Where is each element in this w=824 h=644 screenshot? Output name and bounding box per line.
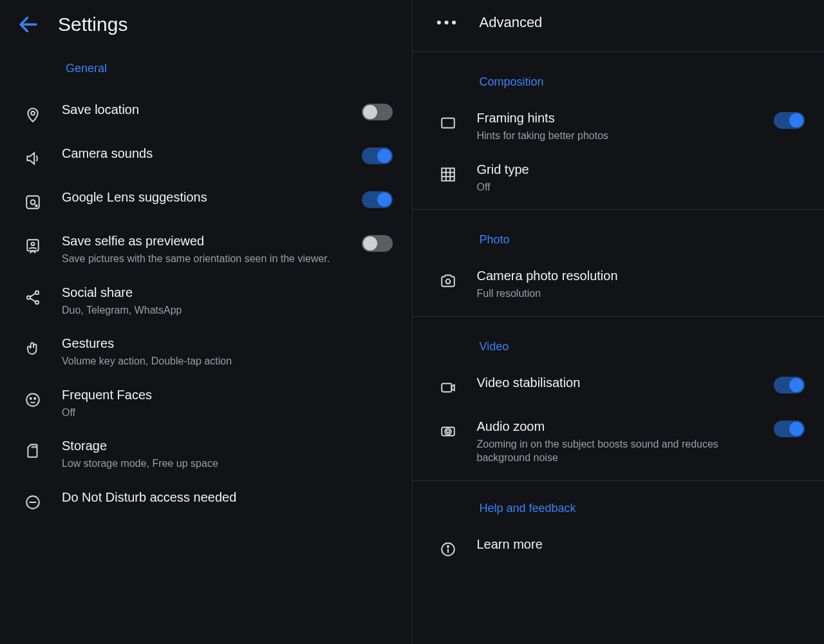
page-title: Settings: [58, 14, 127, 35]
row-label: Grid type: [477, 161, 805, 178]
row-sub: Off: [62, 406, 393, 420]
row-gestures[interactable]: Gestures Volume key action, Double-tap a…: [14, 326, 398, 377]
row-frequent-faces[interactable]: Frequent Faces Off: [14, 377, 398, 429]
svg-point-14: [34, 398, 35, 399]
grid-icon: [436, 162, 460, 187]
advanced-header[interactable]: ••• Advanced: [427, 0, 810, 45]
sound-icon: [21, 146, 45, 171]
row-label: Gestures: [62, 335, 393, 352]
row-label: Audio zoom: [477, 418, 758, 435]
row-label: Camera sounds: [62, 145, 345, 162]
row-sub: Full resolution: [477, 287, 805, 301]
location-icon: [21, 102, 45, 127]
divider: [413, 316, 825, 317]
svg-point-30: [446, 430, 449, 433]
row-label: Framing hints: [477, 109, 758, 126]
row-save-location[interactable]: Save location: [14, 92, 398, 136]
row-label: Camera photo resolution: [477, 267, 805, 284]
gestures-icon: [21, 336, 45, 361]
svg-rect-20: [442, 118, 454, 128]
video-icon: [436, 375, 460, 400]
row-label: Google Lens suggestions: [62, 189, 345, 205]
row-learn-more[interactable]: Learn more: [427, 527, 810, 571]
sd-card-icon: [21, 439, 45, 463]
toggle-video-stabilisation[interactable]: [774, 377, 805, 393]
row-sub: Off: [477, 180, 805, 194]
selfie-icon: [21, 234, 45, 258]
settings-pane-general: Settings General Save location Camera so…: [0, 0, 413, 644]
divider: [413, 480, 825, 481]
section-header-video: Video: [427, 323, 810, 365]
svg-point-12: [26, 393, 39, 406]
row-sub: Save pictures with the same orientation …: [62, 252, 345, 266]
row-label: Video stabilisation: [477, 374, 758, 391]
toggle-framing-hints[interactable]: [774, 112, 805, 129]
svg-point-4: [35, 205, 37, 207]
share-icon: [21, 285, 45, 310]
row-selfie[interactable]: Save selfie as previewed Save pictures w…: [14, 223, 398, 275]
svg-point-3: [31, 200, 35, 205]
row-sub: Hints for taking better photos: [477, 129, 758, 143]
toggle-lens[interactable]: [362, 191, 393, 208]
audio-zoom-icon: [436, 419, 460, 444]
section-header-composition: Composition: [427, 59, 810, 100]
divider: [413, 209, 825, 210]
back-button[interactable]: [17, 13, 40, 36]
row-video-stabilisation[interactable]: Video stabilisation: [427, 365, 810, 409]
row-label: Save location: [62, 101, 345, 118]
row-label: Frequent Faces: [62, 386, 393, 403]
row-sub: Low storage mode, Free up space: [62, 457, 393, 471]
row-label: Storage: [62, 437, 393, 454]
svg-point-1: [31, 111, 35, 115]
svg-point-26: [445, 279, 450, 284]
advanced-title: Advanced: [480, 14, 543, 31]
svg-point-13: [30, 398, 32, 399]
row-lens[interactable]: Google Lens suggestions: [14, 180, 398, 223]
svg-line-11: [30, 298, 36, 301]
section-header-help: Help and feedback: [427, 488, 810, 527]
svg-line-10: [30, 293, 36, 296]
row-label: Do Not Disturb access needed: [62, 489, 393, 506]
row-dnd[interactable]: Do Not Disturb access needed: [14, 480, 398, 524]
row-camera-sounds[interactable]: Camera sounds: [14, 136, 398, 180]
do-not-disturb-icon: [21, 490, 45, 515]
info-icon: [436, 537, 460, 562]
section-header-general: General: [14, 54, 398, 92]
row-sub: Zooming in on the subject boosts sound a…: [477, 437, 758, 465]
row-storage[interactable]: Storage Low storage mode, Free up space: [14, 428, 398, 480]
settings-header: Settings: [14, 0, 398, 54]
row-label: Save selfie as previewed: [62, 232, 345, 249]
section-header-photo: Photo: [427, 216, 810, 258]
svg-point-31: [445, 428, 451, 435]
row-sub: Duo, Telegram, WhatsApp: [62, 303, 393, 317]
svg-point-34: [447, 546, 448, 547]
face-icon: [21, 388, 45, 412]
svg-marker-28: [451, 384, 454, 390]
svg-point-6: [32, 242, 35, 245]
row-framing-hints[interactable]: Framing hints Hints for taking better ph…: [427, 100, 810, 152]
row-label: Learn more: [477, 536, 805, 553]
settings-pane-advanced: ••• Advanced Composition Framing hints H…: [413, 0, 825, 644]
row-sub: Volume key action, Double-tap action: [62, 354, 393, 368]
row-grid-type[interactable]: Grid type Off: [427, 152, 810, 204]
arrow-left-icon: [17, 13, 40, 36]
lens-icon: [21, 190, 45, 214]
toggle-audio-zoom[interactable]: [774, 421, 805, 437]
toggle-selfie[interactable]: [362, 235, 393, 252]
frame-icon: [436, 111, 460, 135]
divider: [413, 52, 825, 52]
toggle-save-location[interactable]: [362, 104, 393, 120]
settings-split-screen: Settings General Save location Camera so…: [0, 0, 824, 644]
toggle-camera-sounds[interactable]: [362, 147, 393, 164]
row-label: Social share: [62, 284, 393, 301]
row-audio-zoom[interactable]: Audio zoom Zooming in on the subject boo…: [427, 409, 810, 474]
row-social-share[interactable]: Social share Duo, Telegram, WhatsApp: [14, 275, 398, 327]
svg-rect-21: [442, 168, 454, 181]
row-photo-resolution[interactable]: Camera photo resolution Full resolution: [427, 258, 810, 310]
camera-icon: [436, 269, 460, 293]
svg-rect-27: [442, 383, 451, 392]
more-icon: •••: [436, 14, 460, 31]
